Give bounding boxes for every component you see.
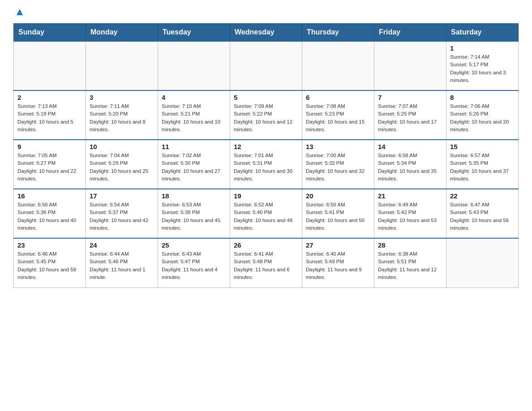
- calendar-cell: 6Sunrise: 7:08 AMSunset: 5:23 PMDaylight…: [302, 90, 374, 140]
- calendar-week-row: 2Sunrise: 7:13 AMSunset: 5:18 PMDaylight…: [14, 90, 519, 140]
- calendar-cell: [14, 41, 86, 90]
- day-info: Sunrise: 6:54 AMSunset: 5:37 PMDaylight:…: [90, 201, 154, 232]
- day-number: 19: [234, 192, 298, 200]
- day-info: Sunrise: 7:04 AMSunset: 5:29 PMDaylight:…: [90, 152, 154, 183]
- day-number: 21: [378, 192, 442, 200]
- day-of-week-header: Monday: [86, 24, 158, 42]
- day-number: 15: [450, 143, 515, 150]
- calendar-week-row: 9Sunrise: 7:05 AMSunset: 5:27 PMDaylight…: [14, 140, 519, 189]
- day-number: 14: [378, 143, 442, 150]
- day-number: 26: [234, 241, 298, 249]
- calendar-cell: [158, 41, 230, 90]
- day-info: Sunrise: 6:58 AMSunset: 5:34 PMDaylight:…: [378, 152, 442, 183]
- day-info: Sunrise: 7:14 AMSunset: 5:17 PMDaylight:…: [450, 53, 515, 84]
- calendar-cell: 27Sunrise: 6:40 AMSunset: 5:49 PMDayligh…: [302, 238, 374, 287]
- calendar-cell: 18Sunrise: 6:53 AMSunset: 5:38 PMDayligh…: [158, 189, 230, 238]
- calendar-cell: 22Sunrise: 6:47 AMSunset: 5:43 PMDayligh…: [446, 189, 519, 238]
- calendar-cell: 5Sunrise: 7:09 AMSunset: 5:22 PMDaylight…: [230, 90, 302, 140]
- day-info: Sunrise: 7:05 AMSunset: 5:27 PMDaylight:…: [17, 152, 82, 183]
- day-info: Sunrise: 7:00 AMSunset: 5:32 PMDaylight:…: [306, 152, 370, 183]
- calendar-cell: 8Sunrise: 7:06 AMSunset: 5:26 PMDaylight…: [446, 90, 519, 140]
- day-info: Sunrise: 6:47 AMSunset: 5:43 PMDaylight:…: [450, 201, 515, 232]
- page-header: [13, 9, 519, 15]
- day-number: 13: [306, 143, 370, 150]
- day-info: Sunrise: 7:13 AMSunset: 5:18 PMDaylight:…: [17, 103, 82, 133]
- calendar-cell: 25Sunrise: 6:43 AMSunset: 5:47 PMDayligh…: [158, 238, 230, 287]
- day-info: Sunrise: 7:11 AMSunset: 5:20 PMDaylight:…: [90, 103, 154, 133]
- day-number: 27: [306, 241, 370, 249]
- day-info: Sunrise: 6:49 AMSunset: 5:42 PMDaylight:…: [378, 201, 442, 232]
- calendar-cell: 16Sunrise: 6:56 AMSunset: 5:36 PMDayligh…: [14, 189, 86, 238]
- calendar-week-row: 23Sunrise: 6:46 AMSunset: 5:45 PMDayligh…: [14, 238, 519, 287]
- day-info: Sunrise: 6:52 AMSunset: 5:40 PMDaylight:…: [234, 201, 298, 232]
- day-number: 3: [90, 94, 154, 101]
- day-of-week-header: Tuesday: [158, 24, 230, 42]
- calendar-cell: [374, 41, 446, 90]
- day-number: 4: [162, 94, 226, 101]
- day-number: 22: [450, 192, 515, 200]
- calendar-cell: 4Sunrise: 7:10 AMSunset: 5:21 PMDaylight…: [158, 90, 230, 140]
- day-of-week-header: Sunday: [14, 24, 86, 42]
- day-info: Sunrise: 7:10 AMSunset: 5:21 PMDaylight:…: [162, 103, 226, 133]
- day-number: 24: [90, 241, 154, 249]
- day-number: 23: [17, 241, 82, 249]
- day-info: Sunrise: 7:02 AMSunset: 5:30 PMDaylight:…: [162, 152, 226, 183]
- calendar-cell: 15Sunrise: 6:57 AMSunset: 5:35 PMDayligh…: [446, 140, 519, 189]
- day-number: 5: [234, 94, 298, 101]
- calendar-cell: 23Sunrise: 6:46 AMSunset: 5:45 PMDayligh…: [14, 238, 86, 287]
- day-info: Sunrise: 6:44 AMSunset: 5:46 PMDaylight:…: [90, 250, 154, 281]
- svg-marker-0: [17, 9, 23, 15]
- day-number: 25: [162, 241, 226, 249]
- day-info: Sunrise: 6:50 AMSunset: 5:41 PMDaylight:…: [306, 201, 370, 232]
- calendar-table: SundayMondayTuesdayWednesdayThursdayFrid…: [13, 23, 519, 288]
- day-number: 2: [17, 94, 82, 101]
- calendar-cell: 7Sunrise: 7:07 AMSunset: 5:25 PMDaylight…: [374, 90, 446, 140]
- day-of-week-header: Saturday: [446, 24, 519, 42]
- day-number: 9: [17, 143, 82, 150]
- day-info: Sunrise: 7:09 AMSunset: 5:22 PMDaylight:…: [234, 103, 298, 133]
- calendar-cell: 13Sunrise: 7:00 AMSunset: 5:32 PMDayligh…: [302, 140, 374, 189]
- calendar-cell: 26Sunrise: 6:41 AMSunset: 5:48 PMDayligh…: [230, 238, 302, 287]
- calendar-week-row: 1Sunrise: 7:14 AMSunset: 5:17 PMDaylight…: [14, 41, 519, 90]
- day-info: Sunrise: 6:41 AMSunset: 5:48 PMDaylight:…: [234, 250, 298, 281]
- calendar-cell: 17Sunrise: 6:54 AMSunset: 5:37 PMDayligh…: [86, 189, 158, 238]
- day-info: Sunrise: 6:46 AMSunset: 5:45 PMDaylight:…: [17, 250, 82, 281]
- logo: [13, 9, 25, 15]
- calendar-cell: 3Sunrise: 7:11 AMSunset: 5:20 PMDaylight…: [86, 90, 158, 140]
- calendar-cell: 20Sunrise: 6:50 AMSunset: 5:41 PMDayligh…: [302, 189, 374, 238]
- day-number: 8: [450, 94, 515, 101]
- calendar-cell: [86, 41, 158, 90]
- logo-triangle-icon: [15, 7, 25, 17]
- day-info: Sunrise: 7:01 AMSunset: 5:31 PMDaylight:…: [234, 152, 298, 183]
- day-number: 1: [450, 44, 515, 52]
- day-number: 20: [306, 192, 370, 200]
- day-info: Sunrise: 7:06 AMSunset: 5:26 PMDaylight:…: [450, 103, 515, 133]
- calendar-header-row: SundayMondayTuesdayWednesdayThursdayFrid…: [14, 24, 519, 42]
- day-info: Sunrise: 6:38 AMSunset: 5:51 PMDaylight:…: [378, 250, 442, 281]
- calendar-cell: [230, 41, 302, 90]
- day-number: 16: [17, 192, 82, 200]
- calendar-week-row: 16Sunrise: 6:56 AMSunset: 5:36 PMDayligh…: [14, 189, 519, 238]
- day-info: Sunrise: 7:07 AMSunset: 5:25 PMDaylight:…: [378, 103, 442, 133]
- day-number: 7: [378, 94, 442, 101]
- calendar-cell: 24Sunrise: 6:44 AMSunset: 5:46 PMDayligh…: [86, 238, 158, 287]
- calendar-cell: 1Sunrise: 7:14 AMSunset: 5:17 PMDaylight…: [446, 41, 519, 90]
- day-of-week-header: Thursday: [302, 24, 374, 42]
- day-info: Sunrise: 7:08 AMSunset: 5:23 PMDaylight:…: [306, 103, 370, 133]
- day-number: 18: [162, 192, 226, 200]
- day-info: Sunrise: 6:56 AMSunset: 5:36 PMDaylight:…: [17, 201, 82, 232]
- calendar-cell: 21Sunrise: 6:49 AMSunset: 5:42 PMDayligh…: [374, 189, 446, 238]
- calendar-cell: 12Sunrise: 7:01 AMSunset: 5:31 PMDayligh…: [230, 140, 302, 189]
- day-number: 6: [306, 94, 370, 101]
- day-info: Sunrise: 6:53 AMSunset: 5:38 PMDaylight:…: [162, 201, 226, 232]
- calendar-cell: 11Sunrise: 7:02 AMSunset: 5:30 PMDayligh…: [158, 140, 230, 189]
- calendar-cell: [446, 238, 519, 287]
- calendar-cell: [302, 41, 374, 90]
- day-of-week-header: Friday: [374, 24, 446, 42]
- day-number: 17: [90, 192, 154, 200]
- day-info: Sunrise: 6:40 AMSunset: 5:49 PMDaylight:…: [306, 250, 370, 281]
- calendar-cell: 28Sunrise: 6:38 AMSunset: 5:51 PMDayligh…: [374, 238, 446, 287]
- day-number: 28: [378, 241, 442, 249]
- calendar-cell: 10Sunrise: 7:04 AMSunset: 5:29 PMDayligh…: [86, 140, 158, 189]
- calendar-cell: 14Sunrise: 6:58 AMSunset: 5:34 PMDayligh…: [374, 140, 446, 189]
